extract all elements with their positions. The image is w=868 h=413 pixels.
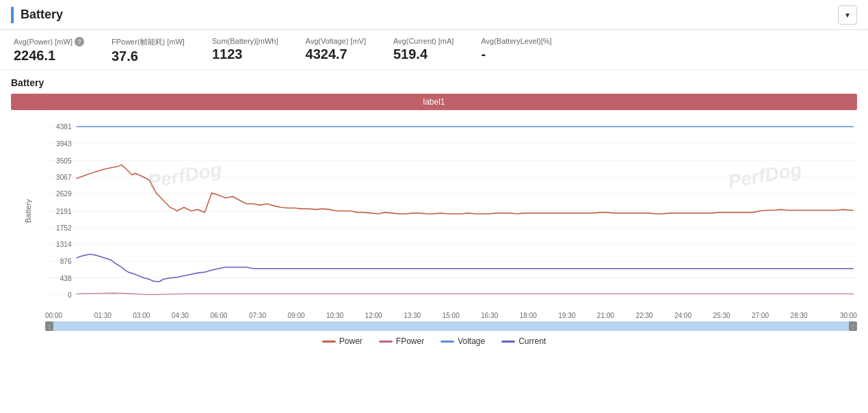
- app-container: Battery ▾ Avg(Power) [mW] ? 2246.1 FPowe…: [0, 0, 868, 351]
- x-tick-9: 13:30: [393, 312, 432, 319]
- stat-sum-battery-label: Sum(Battery)[mWh]: [212, 37, 278, 45]
- stat-avg-power: Avg(Power) [mW] ? 2246.1: [14, 37, 84, 64]
- x-tick-3: 04:30: [161, 312, 200, 319]
- svg-text:876: 876: [60, 258, 72, 265]
- x-tick-16: 24:00: [663, 312, 702, 319]
- x-tick-14: 21:00: [586, 312, 625, 319]
- dropdown-button[interactable]: ▾: [838, 5, 857, 25]
- stat-sum-battery: Sum(Battery)[mWh] 1123: [212, 37, 278, 64]
- x-tick-18: 27:00: [741, 312, 780, 319]
- legend-voltage-label: Voltage: [458, 336, 485, 346]
- stat-avg-power-label: Avg(Power) [mW] ?: [14, 37, 84, 46]
- stat-avg-voltage-label: Avg(Voltage) [mV]: [306, 37, 366, 45]
- chart-svg: 4820 4381 3943 3505 3067 2629 2191 1752 …: [45, 110, 857, 312]
- stat-avg-power-value: 2246.1: [14, 48, 55, 64]
- chart-inner: PerfDog PerfDog 4: [45, 110, 857, 312]
- legend-current-label: Current: [518, 336, 546, 346]
- y-axis-label: Battery: [21, 110, 35, 312]
- label-bar-text: label1: [423, 97, 445, 107]
- header: Battery ▾: [0, 0, 868, 30]
- stat-avg-battery-level-value: -: [481, 46, 486, 62]
- stat-sum-battery-value: 1123: [212, 46, 243, 62]
- stat-avg-current: Avg(Current) [mA] 519.4: [393, 37, 453, 64]
- x-axis: 00:00 01:30 03:00 04:30 06:00 07:30 09:0…: [45, 312, 857, 319]
- legend-power: Power: [322, 336, 363, 346]
- svg-text:1752: 1752: [56, 224, 72, 232]
- x-tick-6: 09:00: [277, 312, 316, 319]
- legend-fpower-line: [379, 341, 393, 343]
- stat-avg-current-value: 519.4: [393, 46, 428, 62]
- stat-avg-battery-level-label: Avg(BatteryLevel)[%]: [481, 37, 551, 45]
- svg-text:0: 0: [68, 291, 72, 299]
- x-tick-20: 30:00: [818, 312, 857, 319]
- scrollbar-container[interactable]: ⋮ ⋮: [45, 321, 857, 331]
- x-tick-8: 12:00: [354, 312, 393, 319]
- x-tick-10: 15:00: [432, 312, 471, 319]
- legend-power-label: Power: [339, 336, 363, 346]
- legend-power-line: [322, 341, 336, 343]
- svg-text:3943: 3943: [56, 140, 72, 148]
- x-tick-2: 03:00: [122, 312, 161, 319]
- x-tick-5: 07:30: [238, 312, 277, 319]
- x-tick-12: 18:00: [509, 312, 548, 319]
- chart-area: Battery PerfDog PerfDog: [11, 110, 857, 312]
- svg-text:3505: 3505: [56, 157, 72, 165]
- svg-text:3067: 3067: [56, 174, 72, 181]
- stat-fpower-label: FPower(帧能耗) [mW]: [111, 37, 185, 47]
- x-tick-13: 19:30: [548, 312, 587, 319]
- page-title: Battery: [21, 8, 838, 22]
- help-icon-power[interactable]: ?: [75, 37, 84, 46]
- legend-current: Current: [501, 336, 546, 346]
- header-accent-bar: [11, 7, 14, 23]
- scrollbar-handle-left[interactable]: ⋮: [45, 321, 53, 331]
- legend-fpower-label: FPower: [396, 336, 424, 346]
- chart-legend: Power FPower Voltage Current: [11, 331, 857, 351]
- stat-fpower-value: 37.6: [111, 49, 138, 64]
- scrollbar-track[interactable]: ⋮ ⋮: [45, 321, 857, 331]
- current-line: [77, 254, 854, 282]
- stats-bar: Avg(Power) [mW] ? 2246.1 FPower(帧能耗) [mW…: [0, 30, 868, 70]
- fpower-line: [77, 293, 854, 295]
- svg-text:1314: 1314: [56, 241, 72, 248]
- svg-text:438: 438: [60, 275, 72, 282]
- legend-fpower: FPower: [379, 336, 424, 346]
- chart-section: Battery label1 Battery PerfDog PerfDog: [0, 70, 868, 351]
- x-tick-4: 06:00: [200, 312, 239, 319]
- scrollbar-handle-right[interactable]: ⋮: [849, 321, 857, 331]
- x-tick-17: 25:30: [702, 312, 741, 319]
- x-tick-7: 10:30: [315, 312, 354, 319]
- stat-avg-battery-level: Avg(BatteryLevel)[%] -: [481, 37, 551, 64]
- x-tick-0: 00:00: [45, 312, 83, 319]
- x-tick-1: 01:30: [83, 312, 122, 319]
- legend-voltage: Voltage: [440, 336, 485, 346]
- stat-avg-voltage: Avg(Voltage) [mV] 4324.7: [306, 37, 366, 64]
- x-tick-15: 22:30: [625, 312, 664, 319]
- chart-title: Battery: [11, 77, 857, 88]
- stat-fpower: FPower(帧能耗) [mW] 37.6: [111, 37, 185, 64]
- stat-avg-current-label: Avg(Current) [mA]: [393, 37, 453, 45]
- chevron-down-icon: ▾: [845, 10, 850, 20]
- legend-voltage-line: [440, 341, 454, 343]
- x-tick-19: 28:30: [780, 312, 819, 319]
- stat-avg-voltage-value: 4324.7: [306, 46, 347, 62]
- legend-current-line: [501, 341, 515, 343]
- x-tick-11: 16:30: [470, 312, 509, 319]
- svg-text:2629: 2629: [56, 190, 72, 198]
- power-line: [77, 165, 854, 214]
- label-bar: label1: [11, 94, 857, 110]
- svg-text:2191: 2191: [56, 208, 72, 215]
- svg-text:4381: 4381: [56, 123, 72, 131]
